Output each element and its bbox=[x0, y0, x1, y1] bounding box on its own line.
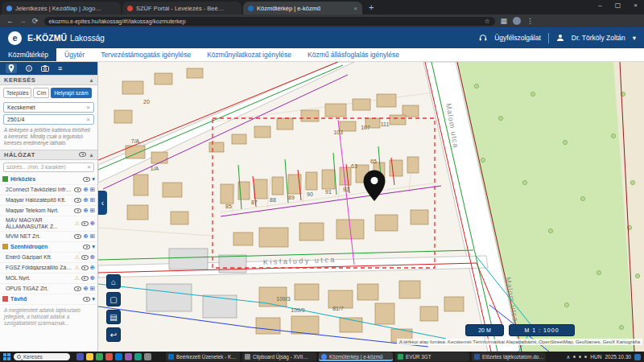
item-row-mvm-net[interactable]: MVM NET Zrt. ⊕⊞ bbox=[0, 232, 97, 242]
list-tool-icon[interactable]: ≡ bbox=[58, 65, 62, 72]
zoom-to-icon[interactable]: ⊕ bbox=[90, 265, 95, 271]
support-link[interactable]: Ügyfélszolgálat bbox=[494, 34, 541, 42]
network-filter-input[interactable] bbox=[6, 164, 85, 170]
keyboard-language[interactable]: HUN bbox=[590, 354, 601, 360]
attributes-icon[interactable]: ⊞ bbox=[90, 208, 95, 214]
extent-map-button[interactable]: ▢ bbox=[106, 292, 121, 306]
map-viewport[interactable]: Malom utca Malom utca Kisfaludy utca 7/A… bbox=[98, 62, 644, 352]
attributes-icon[interactable]: ⊞ bbox=[90, 233, 95, 240]
town-input[interactable] bbox=[7, 105, 85, 110]
browser-tab-3-active[interactable]: Közműtérkép | e-közmű × bbox=[243, 2, 362, 14]
nav-tab-ugyter[interactable]: Ügytér bbox=[56, 48, 93, 61]
group-row-szenhidrogen[interactable]: Szénhidrogén ▾ bbox=[0, 242, 97, 253]
zoom-to-icon[interactable]: ⊕ bbox=[83, 233, 88, 240]
app-icon[interactable] bbox=[134, 353, 142, 360]
item-row-telekom[interactable]: Magyar Telekom Nyrt. ⊕⊞ bbox=[0, 206, 97, 216]
zoom-to-icon[interactable]: ⊕ bbox=[90, 275, 95, 282]
zoom-to-icon[interactable]: ⊕ bbox=[83, 197, 88, 204]
browser-profile-avatar[interactable] bbox=[513, 17, 521, 25]
search-tab-cim[interactable]: Cím bbox=[33, 88, 49, 98]
item-row-fgsz[interactable]: FGSZ Földgázszállító Zárt... ⚠⊕ bbox=[0, 263, 97, 274]
item-row-2connect[interactable]: 2Connect Távközlési Infra... ⊕⊞ bbox=[0, 185, 97, 195]
settings-app-icon[interactable] bbox=[144, 353, 151, 360]
start-button[interactable] bbox=[3, 353, 10, 360]
zoom-to-icon[interactable]: ⊕ bbox=[83, 286, 88, 292]
group-collapse-icon[interactable]: ▾ bbox=[92, 296, 95, 302]
browser-menu-icon[interactable]: ⋮ bbox=[526, 17, 534, 25]
camera-tool-icon[interactable] bbox=[41, 65, 49, 72]
visibility-eye-icon[interactable] bbox=[74, 208, 81, 213]
teams-app-icon[interactable] bbox=[76, 353, 84, 360]
item-row-halozatepito[interactable]: Magyar Hálózatépítő Kft. ⊕⊞ bbox=[0, 195, 97, 206]
task-button-chrome-active[interactable]: Közműtérkép | e-közmű bbox=[319, 352, 393, 361]
task-button-clipboard[interactable]: Clipboard Újság - XVII… bbox=[242, 352, 316, 361]
extensions-icon[interactable]: ▦ bbox=[501, 17, 508, 25]
info-tool-icon[interactable]: i bbox=[26, 65, 32, 72]
visibility-eye-icon[interactable] bbox=[83, 245, 90, 249]
layers-map-button[interactable]: ▤ bbox=[106, 310, 121, 324]
group-collapse-icon[interactable]: ▾ bbox=[92, 244, 95, 250]
item-row-mol[interactable]: MOL Nyrt. ⚠⊕ bbox=[0, 274, 97, 284]
visibility-eye-icon[interactable] bbox=[81, 255, 89, 260]
explorer-app-icon[interactable] bbox=[86, 353, 93, 360]
task-button-outlook[interactable]: Beérkezett Üzenetek - K… bbox=[166, 352, 240, 361]
nav-tab-tervezestamogatas[interactable]: Tervezéstámogatás igénylése bbox=[93, 48, 199, 61]
browser-tab-2[interactable]: SZÜF Portál - Levelezés - Beé… bbox=[122, 2, 242, 14]
mail-app-icon[interactable] bbox=[105, 353, 113, 360]
zoom-to-icon[interactable]: ⊕ bbox=[83, 187, 88, 193]
sidebar-collapse-button[interactable]: ‹ bbox=[98, 191, 107, 215]
taskbar-search[interactable]: Keresés bbox=[14, 353, 70, 360]
visibility-eye-icon[interactable] bbox=[74, 234, 81, 239]
user-chevron-icon[interactable]: ▾ bbox=[633, 34, 636, 42]
search-panel-header[interactable]: KERESÉS ▴ bbox=[0, 75, 97, 85]
map-canvas[interactable]: Malom utca Malom utca Kisfaludy utca 7/A… bbox=[98, 62, 644, 352]
clear-town-icon[interactable]: × bbox=[86, 105, 90, 111]
clear-parcel-icon[interactable]: × bbox=[86, 117, 90, 123]
window-close-icon[interactable]: × bbox=[634, 2, 638, 9]
clock-date[interactable]: 2025.10.30 bbox=[605, 354, 631, 360]
item-row-enero[interactable]: Enérő Gázipari Kft. ⚠⊕ bbox=[0, 253, 97, 263]
item-row-mav[interactable]: MÁV MAGYAR ÁLLAMVASUTAK Z... ⚠⊕ bbox=[0, 216, 97, 232]
visibility-eye-icon[interactable] bbox=[74, 187, 81, 192]
search-tab-helyrajzi-szam[interactable]: Helyrajzi szám bbox=[51, 88, 91, 98]
tray-status-icon[interactable] bbox=[579, 356, 581, 358]
edge-app-icon[interactable] bbox=[115, 353, 122, 360]
nav-tab-kozmuterkep[interactable]: Közműtérkép bbox=[0, 48, 56, 61]
toggle-all-visibility-eye-icon[interactable] bbox=[79, 152, 86, 157]
refresh-icon[interactable]: ⟳ bbox=[32, 17, 39, 25]
undo-map-button[interactable]: ↩ bbox=[106, 327, 121, 342]
collapse-panel-icon[interactable]: ▴ bbox=[89, 151, 93, 158]
visibility-eye-icon[interactable] bbox=[81, 276, 89, 281]
visibility-eye-icon[interactable] bbox=[74, 286, 81, 291]
zoom-to-icon[interactable]: ⊕ bbox=[83, 208, 88, 214]
visibility-eye-icon[interactable] bbox=[83, 297, 90, 302]
tray-status-icon[interactable] bbox=[584, 356, 587, 358]
parcel-number-input[interactable] bbox=[7, 117, 85, 122]
clear-filter-icon[interactable]: × bbox=[87, 164, 91, 171]
window-maximize-icon[interactable]: ▢ bbox=[615, 2, 621, 9]
forward-icon[interactable]: → bbox=[19, 17, 27, 25]
visibility-eye-icon[interactable] bbox=[81, 221, 89, 226]
back-icon[interactable]: ← bbox=[6, 17, 14, 25]
attributes-icon[interactable]: ⊞ bbox=[90, 197, 95, 204]
collapse-panel-icon[interactable]: ▴ bbox=[89, 76, 93, 84]
new-tab-button[interactable]: + bbox=[369, 2, 374, 12]
zoom-to-icon[interactable]: ⊕ bbox=[90, 254, 95, 261]
network-panel-header[interactable]: HÁLÓZAT ▴ bbox=[0, 150, 97, 160]
item-row-opus-tigaz[interactable]: OPUS TIGÁZ Zrt. ⊕⊞ bbox=[0, 284, 97, 294]
notification-center-icon[interactable] bbox=[634, 354, 641, 360]
group-row-hirkozles[interactable]: Hírközlés ▾ bbox=[0, 175, 97, 185]
visibility-eye-icon[interactable] bbox=[74, 198, 81, 203]
visibility-eye-icon[interactable] bbox=[81, 265, 89, 270]
url-field[interactable]: ekozmu.e-epites.hu/lakossag/#!/lakossag/… bbox=[44, 17, 495, 26]
visibility-eye-icon[interactable] bbox=[83, 177, 90, 182]
app-icon[interactable] bbox=[125, 353, 132, 360]
excel-app-icon[interactable] bbox=[96, 353, 103, 360]
task-button-word[interactable]: Előzetes tájékoztatóm.do… bbox=[472, 352, 546, 361]
group-row-tavho[interactable]: Távhő ▾ bbox=[0, 294, 97, 305]
search-tab-telepules[interactable]: Település bbox=[3, 88, 31, 98]
tab-close-icon[interactable]: × bbox=[353, 5, 357, 12]
home-map-button[interactable]: ⌂ bbox=[106, 274, 121, 289]
nav-tab-kozmunyilatkozat[interactable]: Közműnyilatkozat igénylése bbox=[199, 48, 299, 61]
nav-tab-allasfoglalas[interactable]: Közmű állásfoglalás igénylése bbox=[299, 48, 407, 61]
